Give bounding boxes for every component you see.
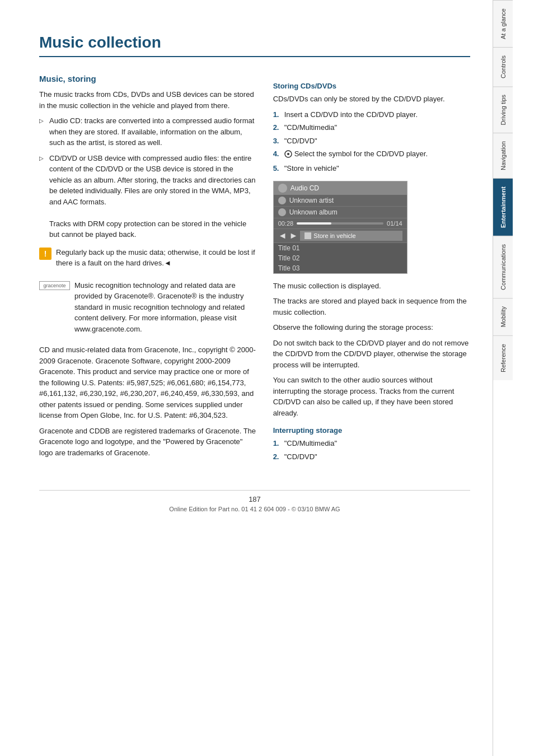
tab-driving-tips[interactable]: Driving tips xyxy=(493,86,513,133)
storing-steps-list: 1.Insert a CD/DVD into the CD/DVD player… xyxy=(273,109,470,174)
title-row-2: Title 02 xyxy=(274,253,407,263)
footer-text: Online Edition for Part no. 01 41 2 604 … xyxy=(39,506,470,512)
interrupt-step-2: 2."CD/DVD" xyxy=(273,451,470,463)
observe-title: Observe the following during the storage… xyxy=(273,322,470,333)
tab-navigation[interactable]: Navigation xyxy=(493,133,513,178)
cd-player-display: Audio CD Unknown artist Unknown album 00… xyxy=(273,181,407,274)
album-icon xyxy=(278,208,286,216)
bullet-item-1: Audio CD: tracks are converted into a co… xyxy=(39,115,256,148)
interrupt-step-1: 1."CD/Multimedia" xyxy=(273,438,470,449)
trademark-text: Gracenote and CDDB are registered tradem… xyxy=(39,426,256,459)
cd-header: Audio CD xyxy=(274,181,407,195)
progress-row: 00:28 01/14 xyxy=(274,218,407,229)
title-row-3: Title 03 xyxy=(274,263,407,273)
progress-bar-fill xyxy=(297,222,331,225)
interrupt-steps-list: 1."CD/Multimedia" 2."CD/DVD" xyxy=(273,438,470,462)
warning-text: Regularly back up the music data; otherw… xyxy=(56,247,256,269)
artist-row: Unknown artist xyxy=(274,195,407,207)
page-number: 187 xyxy=(39,495,470,503)
artist-icon xyxy=(278,197,286,204)
bullet-item-2: CD/DVD or USB device with compressed aud… xyxy=(39,153,256,240)
observe-text-2: You can switch to the other audio source… xyxy=(273,375,470,418)
progress-bar xyxy=(297,222,383,225)
page-footer: 187 Online Edition for Part no. 01 41 2 … xyxy=(39,490,470,512)
right-column: Storing CDs/DVDs CDs/DVDs can only be st… xyxy=(273,74,470,468)
music-storing-title: Music, storing xyxy=(39,74,256,83)
tab-communications[interactable]: Communications xyxy=(493,236,513,298)
page-title: Music collection xyxy=(39,34,470,57)
cd-player-symbol-icon xyxy=(284,150,292,158)
step-2: 2."CD/Multimedia" xyxy=(273,122,470,133)
bullet-list: Audio CD: tracks are converted into a co… xyxy=(39,115,256,240)
next-icon: ► xyxy=(289,231,298,241)
gracenote-text: Music recognition technology and related… xyxy=(74,280,256,335)
controls-row: ◄ ► Store in vehicle xyxy=(274,229,407,243)
tab-entertainment[interactable]: Entertainment xyxy=(493,178,513,236)
warning-icon: ! xyxy=(39,248,51,260)
after-store-text-2: The tracks are stored and played back in… xyxy=(273,296,470,318)
gracenote-box: gracenote Music recognition technology a… xyxy=(39,280,256,339)
interrupt-title: Interrupting storage xyxy=(273,426,470,435)
observe-text-1: Do not switch back to the CD/DVD player … xyxy=(273,338,470,371)
step-4: 4. Select the symbol for the CD/DVD play… xyxy=(273,148,470,161)
after-store-text-1: The music collection is displayed. xyxy=(273,281,470,292)
prev-icon: ◄ xyxy=(278,231,287,241)
gracenote-logo: gracenote xyxy=(39,281,70,290)
left-column: Music, storing The music tracks from CDs… xyxy=(39,74,256,468)
cd-header-icon xyxy=(278,184,287,193)
step-1: 1.Insert a CD/DVD into the CD/DVD player… xyxy=(273,109,470,120)
step-5: 5."Store in vehicle" xyxy=(273,163,470,174)
tab-at-a-glance[interactable]: At a glance xyxy=(493,0,513,47)
intro-text: The music tracks from CDs, DVDs and USB … xyxy=(39,89,256,111)
warning-box: ! Regularly back up the music data; othe… xyxy=(39,247,256,273)
storing-cds-intro: CDs/DVDs can only be stored by the CD/DV… xyxy=(273,94,470,105)
store-icon xyxy=(305,232,311,239)
title-row-1: Title 01 xyxy=(274,243,407,253)
svg-point-1 xyxy=(287,153,289,155)
tab-mobility[interactable]: Mobility xyxy=(493,298,513,335)
store-button[interactable]: Store in vehicle xyxy=(300,231,402,241)
copyright-text: CD and music-related data from Gracenote… xyxy=(39,344,256,421)
album-row: Unknown album xyxy=(274,207,407,218)
tab-controls[interactable]: Controls xyxy=(493,47,513,86)
tab-reference[interactable]: Reference xyxy=(493,335,513,380)
step-3: 3."CD/DVD" xyxy=(273,136,470,147)
tab-navigation: At a glance Controls Driving tips Naviga… xyxy=(493,0,513,756)
storing-cds-title: Storing CDs/DVDs xyxy=(273,82,470,90)
